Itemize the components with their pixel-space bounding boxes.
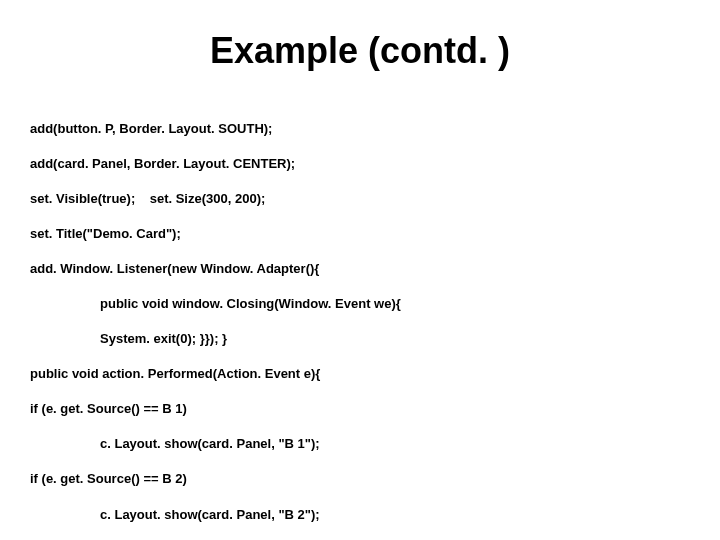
code-line: if (e. get. Source() == B 1)	[30, 400, 690, 418]
code-line: set. Title("Demo. Card");	[30, 225, 690, 243]
code-line: public void window. Closing(Window. Even…	[30, 295, 690, 313]
code-line: c. Layout. show(card. Panel, "B 1");	[30, 435, 690, 453]
slide-title: Example (contd. )	[30, 30, 690, 72]
code-line: c. Layout. show(card. Panel, "B 2");	[30, 506, 690, 524]
code-line: add(card. Panel, Border. Layout. CENTER)…	[30, 155, 690, 173]
code-line: if (e. get. Source() == B 2)	[30, 470, 690, 488]
code-line: public void action. Performed(Action. Ev…	[30, 365, 690, 383]
code-content: add(button. P, Border. Layout. SOUTH); a…	[30, 102, 690, 540]
code-line: add(button. P, Border. Layout. SOUTH);	[30, 120, 690, 138]
code-line: set. Visible(true); set. Size(300, 200);	[30, 190, 690, 208]
code-line: System. exit(0); }}); }	[30, 330, 690, 348]
code-line: add. Window. Listener(new Window. Adapte…	[30, 260, 690, 278]
